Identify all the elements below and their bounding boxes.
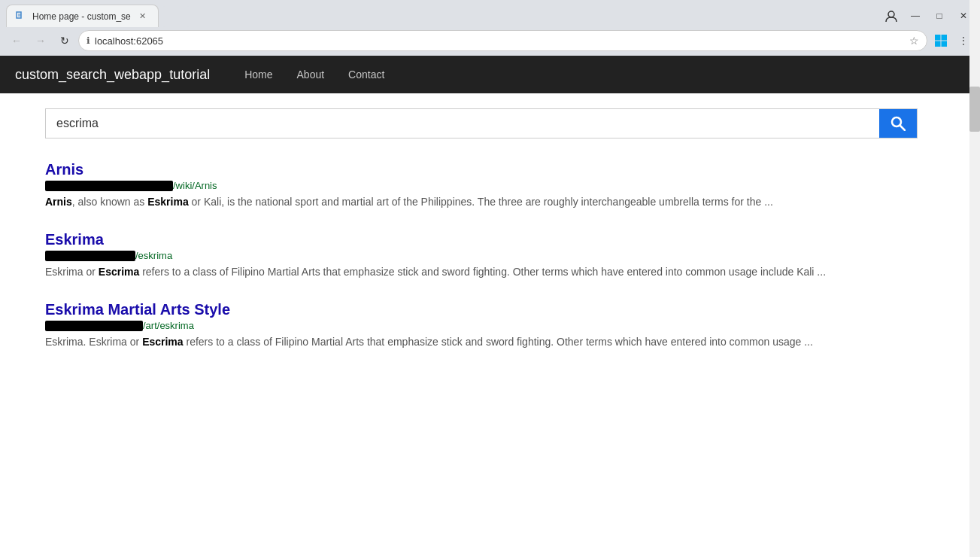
window-controls: — □ ✕ (881, 5, 974, 26)
windows-logo (930, 30, 951, 51)
url-redacted (45, 321, 143, 331)
search-bar-container (45, 108, 918, 138)
svg-rect-7 (942, 41, 948, 47)
maximize-button[interactable]: □ (929, 5, 950, 26)
nav-link-about[interactable]: About (285, 57, 337, 92)
nav-links: Home About Contact (232, 57, 396, 92)
tab-area: Home page - custom_se ✕ (6, 5, 190, 27)
svg-rect-5 (942, 35, 948, 41)
title-bar: Home page - custom_se ✕ — □ ✕ (0, 0, 980, 27)
result-snippet: Eskrima. Eskrima or Escrima refers to a … (45, 334, 872, 350)
minimize-button[interactable]: — (905, 5, 926, 26)
account-button[interactable] (881, 5, 902, 26)
browser-tab[interactable]: Home page - custom_se ✕ (6, 5, 159, 27)
svg-rect-0 (17, 12, 21, 18)
result-item: Eskrima Martial Arts Style /art/eskrima … (45, 301, 872, 350)
result-snippet: Eskrima or Escrima refers to a class of … (45, 264, 872, 280)
result-title-bold: Eskrima (45, 301, 104, 318)
svg-line-9 (900, 126, 905, 130)
address-bar[interactable]: ℹ ☆ (78, 30, 927, 51)
result-url-row: /wiki/Arnis (45, 180, 872, 191)
address-bar-row: ← → ↻ ℹ ☆ ⋮ (0, 27, 980, 56)
tab-favicon (16, 11, 26, 22)
result-url-row: /art/eskrima (45, 320, 872, 331)
address-input[interactable] (95, 35, 905, 47)
url-redacted (45, 251, 135, 261)
scrollbar-thumb[interactable] (969, 87, 980, 132)
new-tab-button[interactable] (162, 6, 190, 27)
svg-rect-4 (935, 35, 941, 41)
result-title[interactable]: Arnis (45, 161, 83, 178)
browser-chrome: Home page - custom_se ✕ — □ ✕ ← → ↻ ℹ (0, 0, 980, 56)
result-snippet: Arnis, also known as Eskrima or Kali, is… (45, 194, 872, 210)
result-title[interactable]: Eskrima Martial Arts Style (45, 301, 230, 318)
result-item: Arnis /wiki/Arnis Arnis, also known as E… (45, 161, 872, 210)
back-button[interactable]: ← (6, 30, 27, 51)
result-title[interactable]: Eskrima (45, 231, 104, 248)
tab-title: Home page - custom_se (32, 11, 131, 22)
result-url: /art/eskrima (143, 320, 194, 331)
result-url: /eskrima (135, 250, 172, 261)
app-brand: custom_search_webapp_tutorial (15, 67, 210, 83)
search-icon (890, 116, 906, 131)
search-input[interactable] (46, 109, 879, 138)
search-button[interactable] (879, 109, 917, 138)
forward-button[interactable]: → (30, 30, 51, 51)
result-item: Eskrima /eskrima Eskrima or Escrima refe… (45, 231, 872, 280)
nav-link-contact[interactable]: Contact (336, 57, 396, 92)
nav-link-home[interactable]: Home (232, 57, 284, 92)
browser-extra-buttons: ⋮ (930, 30, 974, 51)
bookmark-icon[interactable]: ☆ (909, 35, 919, 47)
result-url-row: /eskrima (45, 250, 872, 261)
scrollbar-track (969, 0, 980, 557)
tab-close-button[interactable]: ✕ (137, 11, 149, 23)
url-redacted (45, 181, 173, 191)
svg-point-3 (888, 11, 894, 17)
result-url: /wiki/Arnis (173, 180, 217, 191)
security-icon: ℹ (86, 35, 90, 46)
app-navbar: custom_search_webapp_tutorial Home About… (0, 56, 980, 93)
svg-rect-6 (935, 41, 941, 47)
refresh-button[interactable]: ↻ (54, 30, 75, 51)
main-content: Arnis /wiki/Arnis Arnis, also known as E… (0, 93, 980, 386)
